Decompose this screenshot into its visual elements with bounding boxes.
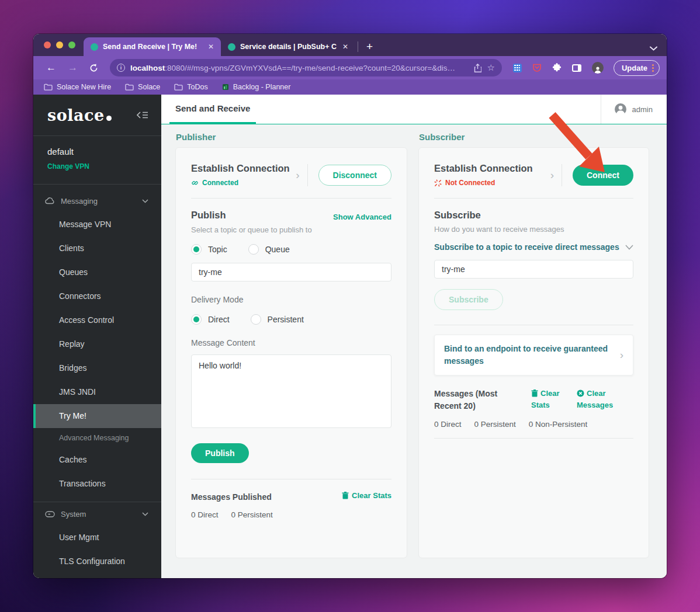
back-icon[interactable]: ←: [41, 62, 61, 74]
circle-x-icon: [577, 390, 584, 397]
message-content-textarea[interactable]: Hello world!: [191, 354, 391, 428]
sidebar-item-caches[interactable]: Caches: [33, 448, 161, 472]
user-menu[interactable]: admin: [601, 95, 667, 124]
delivery-mode-label: Delivery Mode: [191, 295, 391, 304]
sidebar-section-messaging[interactable]: Messaging: [33, 189, 161, 213]
apps-grid-icon[interactable]: [513, 64, 522, 72]
tab-service-details[interactable]: Service details | PubSub+ Clou ✕: [221, 37, 355, 56]
show-advanced-link[interactable]: Show Advanced: [333, 213, 391, 221]
divider: [191, 479, 391, 479]
publisher-connection-title: Establish Connection: [191, 163, 290, 174]
radio-unselected-icon: [251, 314, 261, 325]
persistent-radio[interactable]: Persistent: [251, 314, 304, 325]
username: admin: [632, 105, 653, 114]
subscribe-section-title: Subscribe: [434, 210, 481, 221]
stat-direct: 0 Direct: [191, 510, 219, 519]
tab-close-icon[interactable]: ✕: [341, 43, 349, 51]
publisher-connection-status: Connected: [191, 179, 290, 187]
browser-menu-kebab-icon[interactable]: [652, 64, 654, 72]
bookmark-folder-todos[interactable]: ToDos: [174, 83, 207, 91]
solace-favicon-icon: [228, 43, 235, 51]
forward-icon[interactable]: →: [63, 62, 82, 74]
sidebar-section-system[interactable]: System: [33, 502, 161, 526]
sidebar-item-advanced-messaging[interactable]: Advanced Messaging: [33, 428, 161, 448]
direct-radio[interactable]: Direct: [191, 314, 230, 325]
publisher-heading: Publisher: [176, 132, 407, 142]
bookmark-label: Backlog - Planner: [233, 83, 291, 91]
sidebar-item-connectors[interactable]: Connectors: [33, 284, 161, 308]
sidebar-item-jms-jndi[interactable]: JMS JNDI: [33, 380, 161, 404]
messages-published-title: Messages Published: [191, 491, 272, 503]
reload-icon[interactable]: [85, 64, 103, 72]
site-info-icon[interactable]: i: [117, 64, 125, 72]
connect-button[interactable]: Connect: [573, 165, 633, 186]
bind-endpoint-card[interactable]: Bind to an endpoint to receive guarantee…: [434, 335, 633, 375]
tab-search-chevron-icon[interactable]: [650, 46, 657, 51]
solace-logo: solace: [47, 106, 112, 124]
divider: [562, 164, 562, 186]
change-vpn-link[interactable]: Change VPN: [47, 162, 147, 171]
bookmark-label: ToDos: [187, 83, 207, 91]
pocket-icon[interactable]: [532, 63, 542, 72]
subscriber-heading: Subscriber: [419, 132, 649, 142]
divider: [434, 325, 633, 325]
update-button[interactable]: Update: [614, 60, 660, 76]
subscribe-topic-input[interactable]: [434, 260, 633, 279]
publish-topic-input[interactable]: [191, 263, 391, 281]
side-panel-icon[interactable]: [572, 64, 581, 72]
minimize-window-icon[interactable]: [56, 41, 63, 48]
clear-messages-link[interactable]: Clear Messages: [577, 388, 626, 411]
tab-separator: [358, 41, 358, 52]
message-content-label: Message Content: [191, 338, 391, 347]
chevron-right-icon: ›: [620, 349, 623, 361]
clear-stats-link[interactable]: Clear Stats: [531, 388, 569, 411]
sidebar-item-user-mgmt[interactable]: User Mgmt: [33, 526, 161, 550]
zoom-window-icon[interactable]: [68, 41, 75, 48]
solace-logo-dot-icon: [106, 116, 112, 121]
update-label: Update: [622, 64, 647, 72]
chevron-down-icon: [142, 512, 148, 516]
queue-radio[interactable]: Queue: [248, 244, 290, 255]
publisher-card: Establish Connection Connected › Disconn…: [175, 147, 407, 558]
bookmark-label: Solace: [138, 83, 160, 91]
subscriber-card: Establish Connection Not Connected › Con…: [418, 147, 649, 558]
sidebar-item-replay[interactable]: Replay: [33, 332, 161, 356]
tab-send-and-receive[interactable]: Send and Receive | Try Me! ✕: [84, 37, 221, 56]
sidebar-item-transactions[interactable]: Transactions: [33, 472, 161, 496]
sidebar-item-clients[interactable]: Clients: [33, 237, 161, 260]
subscribe-button[interactable]: Subscribe: [434, 289, 503, 310]
chevron-right-icon[interactable]: ›: [296, 169, 299, 182]
sidebar-item-tls-configuration[interactable]: TLS Configuration: [33, 550, 161, 573]
subscribe-mode-dropdown[interactable]: Subscribe to a topic to receive direct m…: [434, 242, 633, 252]
bookmark-backlog-planner[interactable]: Backlog - Planner: [222, 83, 291, 91]
url-host: localhost: [130, 64, 165, 72]
share-icon[interactable]: [474, 64, 481, 72]
profile-avatar-icon[interactable]: [592, 62, 604, 74]
link-icon: [191, 179, 199, 187]
publish-hint: Select a topic or queue to publish to: [191, 225, 391, 234]
browser-window: Send and Receive | Try Me! ✕ Service det…: [33, 34, 667, 578]
bookmark-folder-solace-new-hire[interactable]: Solace New Hire: [44, 83, 111, 91]
user-avatar-icon: [614, 103, 627, 116]
close-window-icon[interactable]: [44, 41, 51, 48]
publish-button[interactable]: Publish: [191, 443, 249, 463]
sidebar-item-bridges[interactable]: Bridges: [33, 356, 161, 380]
clear-stats-link[interactable]: Clear Stats: [342, 491, 391, 500]
tab-close-icon[interactable]: ✕: [207, 43, 215, 51]
extensions-puzzle-icon[interactable]: [552, 63, 562, 72]
sidebar-item-access-control[interactable]: Access Control: [33, 308, 161, 332]
disconnect-button[interactable]: Disconnect: [318, 165, 391, 186]
collapse-sidebar-icon[interactable]: [137, 111, 148, 119]
messages-received-title: Messages (Most Recent 20): [434, 388, 523, 412]
address-bar[interactable]: i localhost:8080/#/msg-vpns/ZGVmYXVsdA==…: [110, 59, 502, 76]
bookmark-star-icon[interactable]: ☆: [487, 62, 494, 73]
stat-persistent: 0 Persistent: [231, 510, 273, 519]
sidebar-item-try-me[interactable]: Try Me!: [33, 404, 161, 428]
sidebar-item-queues[interactable]: Queues: [33, 260, 161, 284]
chevron-right-icon[interactable]: ›: [550, 169, 554, 182]
topic-radio[interactable]: Topic: [191, 244, 227, 255]
sidebar-item-message-vpn[interactable]: Message VPN: [33, 213, 161, 237]
new-tab-button[interactable]: +: [366, 41, 373, 52]
bookmark-folder-solace[interactable]: Solace: [125, 83, 160, 91]
cloud-icon: [45, 197, 55, 204]
